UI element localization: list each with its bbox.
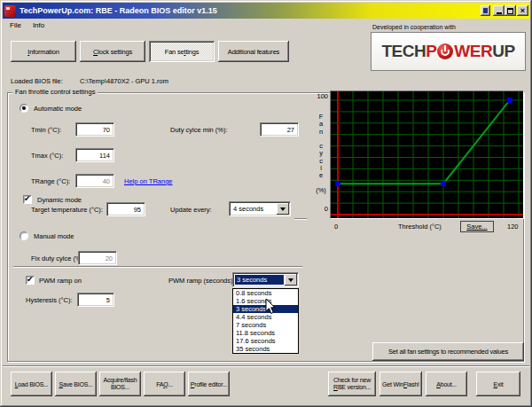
titlebar[interactable]: TechPowerUp.com: RBE - Radeon BIOS edito… xyxy=(3,3,529,19)
chart-save-button[interactable]: Save... xyxy=(460,221,494,232)
hysteresis-label: Hysteresis (°C): xyxy=(26,296,73,304)
pwm-ramp-option[interactable]: 7 seconds xyxy=(233,321,298,329)
save-bios-label: ave BIOS... xyxy=(63,381,93,387)
check-new-version-line2: BE version... xyxy=(338,384,371,390)
window-title: TechPowerUp.com: RBE - Radeon BIOS edito… xyxy=(20,6,217,15)
power-button-icon xyxy=(437,43,453,59)
pwm-ramp-label: PWM ramp (seconds): xyxy=(168,277,235,285)
get-winflash-button[interactable]: Get WinFlash! xyxy=(379,372,422,396)
chart-ylabel-char: (%) xyxy=(314,187,328,194)
chart-x-axis-title: Threshold (°C) xyxy=(398,223,442,231)
tmax-label: Tmax (°C): xyxy=(31,152,63,160)
fan-curve-chart[interactable] xyxy=(330,90,524,219)
acquire-flash-line1: Acquire/flash xyxy=(104,377,137,384)
chart-x-max-label: 120 xyxy=(507,223,519,231)
techpowerup-logo: TECHPWERUP xyxy=(371,32,526,71)
chart-y-axis-title: Fan cycle (%) xyxy=(314,113,328,194)
pwm-ramp-on-label: PWM ramp on xyxy=(39,277,82,285)
profile-editor-button[interactable]: Profile editor... xyxy=(188,372,230,396)
save-bios-button[interactable]: Save BIOS... xyxy=(55,372,97,396)
chart-y-min-label: 0 xyxy=(312,205,328,213)
profile-editor-label: rofile editor... xyxy=(194,381,227,387)
tmin-field[interactable]: 70 xyxy=(75,122,114,137)
pwm-ramp-option[interactable]: 17.6 seconds xyxy=(233,337,298,345)
exit-button[interactable]: Exit xyxy=(476,372,520,396)
about-label: bout... xyxy=(441,381,457,387)
hysteresis-field[interactable]: 5 xyxy=(77,293,114,307)
pwm-ramp-on-checkbox[interactable] xyxy=(26,276,35,285)
manual-mode-radio[interactable] xyxy=(20,231,28,240)
chart-x-min-label: 0 xyxy=(334,223,338,231)
menu-file[interactable]: File xyxy=(10,21,21,29)
get-winflash-label-pre: Get Win xyxy=(382,381,403,387)
duty-min-field[interactable]: 27 xyxy=(260,122,299,137)
duty-min-label: Duty cylce min (%): xyxy=(170,126,228,134)
fix-duty-field: 20 xyxy=(78,251,117,265)
check-new-version-line1: Check for new xyxy=(333,377,371,384)
faq-label-post: ... xyxy=(168,381,173,387)
acquire-flash-bios-button[interactable]: Acquire/flash BIOS... xyxy=(99,372,141,396)
tab-clock-settings[interactable]: Clock settings xyxy=(80,41,145,62)
loaded-bios-path: C:\Temp\4870X2 - GPU 1.rom xyxy=(80,77,168,85)
tab-fan-label-pre: Fan se xyxy=(165,48,184,56)
exit-label: xit xyxy=(497,381,503,387)
load-bios-label: oad BIOS... xyxy=(18,381,48,387)
tab-additional-label: Additional features xyxy=(228,48,279,56)
chevron-down-icon xyxy=(280,207,286,214)
titlebar-extra-button[interactable] xyxy=(481,5,490,16)
tab-information-label: nformation xyxy=(29,48,59,56)
tab-additional-features[interactable]: Additional features xyxy=(218,41,289,62)
minimize-button[interactable] xyxy=(493,5,505,16)
dynamic-mode-checkbox[interactable] xyxy=(23,195,32,204)
bottom-divider xyxy=(3,365,529,366)
maximize-button[interactable] xyxy=(505,5,516,16)
logo-p: P xyxy=(426,42,436,61)
tab-fan-settings[interactable]: Fan settings xyxy=(149,41,215,62)
pwm-ramp-option[interactable]: 0.8 seconds xyxy=(233,289,298,297)
maximize-icon xyxy=(507,8,513,14)
tab-clock-label: lock settings xyxy=(98,48,132,56)
pwm-ramp-value: 3 seconds xyxy=(235,275,284,285)
help-on-trange-link[interactable]: Help on TRange xyxy=(124,177,172,185)
branding-caption: Developed in cooperation with xyxy=(372,24,456,30)
logo-wer: WER xyxy=(454,42,492,61)
update-every-label: Update every: xyxy=(170,206,212,214)
close-button[interactable]: × xyxy=(517,5,528,16)
logo-up: UP xyxy=(492,42,514,61)
automatic-mode-label: Automatic mode xyxy=(34,105,82,113)
minimize-icon xyxy=(497,12,502,14)
get-winflash-label-post: lash! xyxy=(407,381,419,387)
update-every-combo[interactable]: 4 seconds xyxy=(229,201,291,216)
menu-info[interactable]: Info xyxy=(33,21,44,29)
pwm-ramp-option[interactable]: 35 seconds xyxy=(233,345,298,353)
app-icon[interactable] xyxy=(4,5,16,17)
trange-label: TRange (°C): xyxy=(31,177,70,185)
pwm-ramp-combo[interactable]: 3 seconds xyxy=(232,272,299,287)
acquire-flash-line2: BIOS... xyxy=(111,384,129,391)
about-button[interactable]: About... xyxy=(426,372,467,396)
pwm-ramp-dropdown-button[interactable] xyxy=(285,274,297,286)
tmax-field[interactable]: 114 xyxy=(75,148,114,162)
fan-throttle-group-title: Fan throttle control settings xyxy=(12,88,98,96)
faq-button[interactable]: FAQ... xyxy=(144,372,185,396)
load-bios-button[interactable]: Load BIOS... xyxy=(11,372,52,396)
tab-information[interactable]: Information xyxy=(11,41,76,62)
update-every-dropdown-button[interactable] xyxy=(277,203,289,215)
loaded-bios-label: Loaded BIOS file: xyxy=(11,77,63,85)
automatic-mode-radio[interactable] xyxy=(20,104,28,113)
techpowerup-logo-text: TECHPWERUP xyxy=(381,42,514,61)
fan-curve-plot[interactable] xyxy=(331,91,523,218)
manual-mode-label: Manual mode xyxy=(34,232,74,240)
tmin-label: Tmin (°C): xyxy=(31,126,61,134)
logo-tech: TECH xyxy=(381,42,426,61)
pwm-ramp-option[interactable]: 11.8 seconds xyxy=(233,329,298,337)
update-every-value: 4 seconds xyxy=(231,204,276,214)
app-window: TechPowerUp.com: RBE - Radeon BIOS edito… xyxy=(0,0,532,407)
separator-line xyxy=(13,266,302,267)
separator-line xyxy=(294,218,307,219)
set-recommended-values-button[interactable]: Set all fan settings to recommended valu… xyxy=(372,342,524,361)
target-temp-field[interactable]: 95 xyxy=(106,202,145,216)
titlebar-extra-icon xyxy=(483,8,488,13)
check-new-version-button[interactable]: Check for new RBE version... xyxy=(328,372,376,396)
chart-y-max-label: 100 xyxy=(305,92,328,100)
